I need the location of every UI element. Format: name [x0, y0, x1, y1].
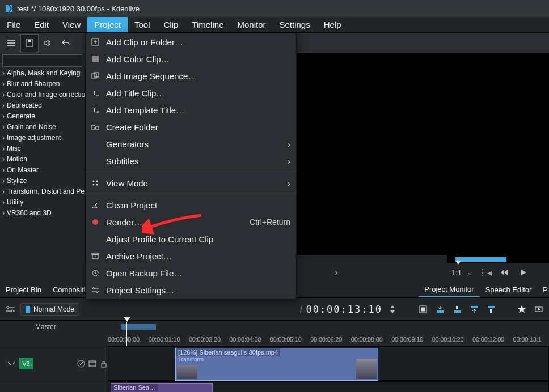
menu-item-label: Add Clip or Folder… [106, 37, 290, 47]
track-v3[interactable]: V3 [126%] Siberian seagulls-30fps.mp4 Tr… [0, 346, 549, 381]
menu-item-create-folder[interactable]: Create Folder [86, 118, 296, 135]
insert-icon[interactable] [433, 302, 447, 316]
effects-category[interactable]: Color and Image correction [2, 90, 85, 100]
menu-item-archive-project[interactable]: Archive Project… [86, 248, 296, 265]
timeline-toolbar: Normal Mode / 00:00:13:10 [0, 298, 549, 321]
menu-item-add-clip-or-folder[interactable]: Add Clip or Folder… [86, 33, 296, 50]
favorite-star-icon[interactable] [515, 302, 529, 316]
menu-item-add-template-title[interactable]: TAdd Template Title… [86, 101, 296, 118]
effects-category[interactable]: Utility [2, 197, 85, 208]
menu-item-view-mode[interactable]: View Mode› [86, 174, 296, 191]
ruler-tick: 00:00:09:10 [391, 336, 427, 343]
track-v2[interactable]: V2 Siberian Sea… [0, 381, 549, 392]
menu-item-clean-project[interactable]: Clean Project [86, 197, 296, 214]
template-icon: T [90, 105, 100, 115]
timecode-display[interactable]: 00:00:13:10 [306, 304, 382, 315]
rewind-icon-2[interactable] [497, 266, 511, 279]
effects-category[interactable]: Alpha, Mask and Keying [2, 68, 85, 79]
zoom-label[interactable]: 1:1 [451, 269, 462, 277]
next-icon[interactable]: › [330, 266, 343, 279]
normal-mode-badge[interactable]: Normal Mode [20, 303, 79, 316]
menu-help[interactable]: Help [317, 17, 348, 32]
effects-category[interactable]: VR360 and 3D [2, 208, 85, 219]
menu-shortcut: Ctrl+Return [250, 218, 290, 227]
menu-item-project-settings[interactable]: Project Settings… [86, 282, 296, 299]
play-icon-2[interactable] [517, 266, 530, 279]
effects-category[interactable]: Image adjustment [2, 133, 85, 143]
playhead-icon[interactable] [124, 317, 130, 322]
menu-item-generators[interactable]: Generators› [86, 135, 296, 152]
effects-category[interactable]: Blur and Sharpen [2, 79, 85, 90]
title-icon: T [90, 88, 100, 98]
project-menu-dropdown: Add Clip or Folder…Add Color Clip…Add Im… [85, 33, 297, 299]
effects-category[interactable]: Generate [2, 111, 85, 122]
menu-item-add-image-sequence[interactable]: Add Image Sequence… [86, 67, 296, 84]
menu-edit[interactable]: Edit [27, 17, 56, 32]
broom-icon [90, 200, 100, 210]
clip-siberian-seagulls[interactable]: [126%] Siberian seagulls-30fps.mp4 Trans… [175, 348, 378, 381]
volume-icon[interactable] [39, 34, 57, 52]
settings-sliders-icon[interactable] [3, 302, 17, 316]
menu-view[interactable]: View [56, 17, 87, 32]
extract-icon[interactable] [467, 302, 481, 316]
menu-project[interactable]: Project [87, 17, 128, 32]
blank-icon [90, 156, 100, 166]
overwrite-icon[interactable] [450, 302, 464, 316]
project-monitor-viewport[interactable] [447, 53, 549, 263]
menu-item-add-color-clip[interactable]: Add Color Clip… [86, 50, 296, 67]
tab-project-bin[interactable]: Project Bin [0, 282, 47, 297]
effects-category[interactable]: Motion [2, 154, 85, 165]
effects-search-input[interactable] [2, 54, 82, 67]
timecode-stepper-icon[interactable] [386, 302, 399, 316]
menu-item-adjust-profile-to-current-clip[interactable]: Adjust Profile to Current Clip [86, 231, 296, 248]
menu-settings[interactable]: Settings [273, 17, 317, 32]
menu-clip[interactable]: Clip [157, 17, 185, 32]
tab-p-clipped[interactable]: P [537, 282, 549, 297]
clip-siberian-sea[interactable]: Siberian Sea… [111, 383, 213, 392]
lock-icon[interactable] [100, 360, 108, 368]
menu-item-render[interactable]: Render…Ctrl+Return [86, 214, 296, 231]
grid1-icon[interactable] [416, 302, 430, 316]
effects-category[interactable]: Grain and Noise [2, 122, 85, 133]
save-icon[interactable] [20, 34, 39, 52]
svg-point-2 [7, 306, 9, 309]
svg-point-26 [96, 181, 98, 182]
menubar: FileEditViewProjectToolClipTimelineMonit… [0, 17, 549, 33]
mute-icon[interactable] [77, 360, 85, 368]
hamburger-icon[interactable] [2, 34, 20, 52]
preview-render-icon[interactable] [532, 302, 546, 316]
effects-category[interactable]: Misc [2, 143, 85, 154]
menu-item-subtitles[interactable]: Subtitles› [86, 152, 296, 169]
goto-start-icon[interactable]: ⋮◂ [478, 266, 492, 279]
menu-tool[interactable]: Tool [128, 17, 157, 32]
menu-item-label: Render… [106, 218, 244, 227]
ruler-tick: 00:00:02:20 [189, 336, 225, 343]
menu-item-label: View Mode [106, 178, 278, 188]
menu-item-add-title-clip[interactable]: TAdd Title Clip… [86, 84, 296, 101]
chevron-down-icon[interactable] [7, 360, 16, 367]
menu-monitor[interactable]: Monitor [230, 17, 272, 32]
svg-text:T: T [92, 106, 96, 113]
svg-point-27 [93, 184, 95, 186]
undo-icon[interactable] [57, 34, 75, 52]
menu-item-label: Add Template Title… [106, 105, 290, 115]
chevron-down-icon[interactable]: ⌄ [467, 269, 472, 276]
menu-file[interactable]: File [0, 17, 27, 32]
effects-category[interactable]: Transform, Distort and Perspective [2, 186, 85, 197]
track-badge-v3[interactable]: V3 [19, 358, 33, 369]
menu-timeline[interactable]: Timeline [185, 17, 230, 32]
timeline-ruler[interactable]: 00:00:00:0000:00:01:1000:00:02:2000:00:0… [0, 333, 549, 346]
tab-project-monitor[interactable]: Project Monitor [419, 282, 479, 297]
effects-tree[interactable]: Alpha, Mask and KeyingBlur and SharpenCo… [0, 68, 85, 263]
timeline-tracks[interactable]: Master 00:00:00:0000:00:01:1000:00:02:20… [0, 321, 549, 392]
svg-point-29 [92, 219, 98, 225]
ruler-tick: 00:00:13:1 [513, 336, 549, 343]
effects-category[interactable]: Stylize [2, 176, 85, 186]
tab-speech-editor[interactable]: Speech Editor [480, 282, 538, 297]
menu-item-open-backup-file[interactable]: Open Backup File… [86, 265, 296, 282]
effects-category[interactable]: Deprecated [2, 100, 85, 111]
lift-icon[interactable] [484, 302, 498, 316]
effects-category[interactable]: On Master [2, 165, 85, 176]
color-swatch-icon [90, 54, 100, 64]
film-icon[interactable] [88, 360, 96, 368]
